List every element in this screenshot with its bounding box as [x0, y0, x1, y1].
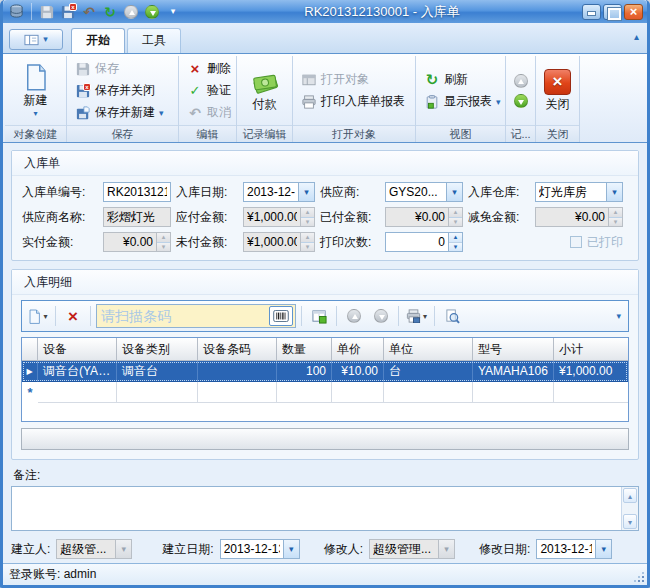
print-count-label: 打印次数:: [320, 234, 380, 251]
col-header-qty[interactable]: 数量: [277, 338, 332, 361]
form-client-area: 入库单 入库单编号: 入库日期: ▾ 供应商: ▾ 入库仓库: ▾ 供应商名称:…: [3, 143, 647, 563]
payment-button[interactable]: 付款: [241, 67, 288, 115]
order-date-field[interactable]: ▾: [243, 182, 315, 202]
add-row-button[interactable]: ▾: [26, 304, 50, 328]
actual-paid-label: 实付金额:: [22, 234, 98, 251]
modified-by-label: 修改人:: [324, 541, 363, 558]
created-date-field[interactable]: ▾: [220, 539, 300, 559]
ribbon-group-record-nav: 记...: [506, 56, 536, 142]
save-new-icon: [75, 105, 91, 121]
ribbon-group-view: ↻ 刷新 显示报表 ▾ 视图: [416, 56, 506, 142]
date-dropdown-icon[interactable]: ▾: [298, 183, 314, 201]
cell-unit[interactable]: 台: [384, 361, 473, 382]
discount-field: ▴▾: [535, 207, 623, 227]
barcode-input[interactable]: [101, 308, 269, 324]
table-row-selected[interactable]: ▶ 调音台(YAMAHA106) 调音台 100 ¥10.00 台 YAMAHA…: [22, 361, 628, 382]
show-report-button[interactable]: 显示报表 ▾: [420, 92, 505, 112]
app-menu-button[interactable]: ▾: [9, 29, 63, 50]
redo-icon[interactable]: ↻: [101, 3, 119, 20]
save-new-button[interactable]: 保存并新建 ▾: [71, 103, 168, 123]
app-icon[interactable]: [7, 4, 25, 20]
grid-corner: [22, 338, 38, 361]
warehouse-field[interactable]: ▾: [535, 182, 623, 202]
report-icon: [424, 94, 440, 110]
preview-button[interactable]: [440, 304, 464, 328]
next-record-icon[interactable]: [514, 94, 528, 108]
col-header-price[interactable]: 单价: [332, 338, 384, 361]
delete-row-button[interactable]: ×: [61, 304, 85, 328]
printed-checkbox: [570, 236, 582, 248]
cell-device[interactable]: 调音台(YAMAHA106): [38, 361, 117, 382]
notes-textarea[interactable]: [12, 487, 638, 530]
qat-customize-icon[interactable]: ▾: [164, 3, 182, 20]
created-date-dropdown-icon[interactable]: ▾: [283, 540, 299, 558]
actual-paid-field: ▴▾: [103, 232, 171, 252]
cell-barcode[interactable]: [198, 361, 277, 382]
modified-by-field: ▾: [369, 539, 455, 559]
col-header-unit[interactable]: 单位: [384, 338, 473, 361]
cell-subtotal[interactable]: ¥1,000.00: [554, 361, 628, 382]
undo-icon[interactable]: ↶: [80, 3, 98, 20]
refresh-icon: ↻: [424, 72, 440, 88]
ribbon-group-close: × 关闭 关闭: [536, 56, 580, 142]
login-account-text: 登录账号: admin: [9, 566, 96, 583]
cell-category[interactable]: 调音台: [117, 361, 198, 382]
cell-model[interactable]: YAMAHA106: [473, 361, 554, 382]
col-header-barcode[interactable]: 设备条码: [198, 338, 277, 361]
printer-icon: [301, 94, 317, 110]
resize-grip[interactable]: [635, 573, 644, 582]
detail-section-title: 入库明细: [12, 270, 638, 295]
modified-date-field[interactable]: ▾: [536, 539, 612, 559]
created-by-dropdown-icon: ▾: [115, 540, 131, 558]
order-no-field[interactable]: [103, 182, 171, 202]
tab-start[interactable]: 开始: [71, 28, 125, 53]
modified-date-dropdown-icon[interactable]: ▾: [595, 540, 611, 558]
validate-icon: ✓: [187, 83, 203, 99]
col-header-subtotal[interactable]: 小计: [554, 338, 628, 361]
quick-access-toolbar: x ↶ ↻ ▾: [31, 3, 182, 20]
print-count-field[interactable]: ▴▾: [385, 232, 463, 252]
save-close-icon[interactable]: x: [59, 3, 77, 20]
cell-price[interactable]: ¥10.00: [332, 361, 384, 382]
cell-qty[interactable]: 100: [277, 361, 332, 382]
discount-spinner: ▴▾: [608, 208, 622, 226]
paid-label: 已付金额:: [320, 209, 380, 226]
previous-record-icon: [122, 3, 140, 20]
supplier-field[interactable]: ▾: [385, 182, 463, 202]
delete-button[interactable]: × 删除: [183, 59, 235, 79]
minimize-button[interactable]: [582, 4, 601, 20]
save-close-button[interactable]: x 保存并关闭: [71, 81, 168, 101]
supplier-label: 供应商:: [320, 184, 380, 201]
ribbon-tab-row: ▾ 开始 工具 ▴: [3, 23, 647, 53]
order-no-label: 入库单编号:: [22, 184, 98, 201]
order-section-title: 入库单: [12, 151, 638, 176]
col-header-device[interactable]: 设备: [38, 338, 117, 361]
unpaid-field: ▴▾: [243, 232, 315, 252]
ribbon-collapse-icon[interactable]: ▴: [634, 31, 639, 42]
print-detail-button[interactable]: ▾: [404, 304, 429, 328]
toolbar-overflow-icon[interactable]: ▾: [613, 311, 624, 321]
close-form-button[interactable]: × 关闭: [540, 67, 575, 115]
supplier-dropdown-icon[interactable]: ▾: [446, 183, 462, 201]
col-header-model[interactable]: 型号: [473, 338, 554, 361]
table-new-row[interactable]: *: [22, 382, 628, 403]
print-report-button[interactable]: 打印入库单报表: [297, 92, 409, 112]
col-header-category[interactable]: 设备类别: [117, 338, 198, 361]
maximize-button[interactable]: [603, 4, 622, 20]
select-device-button[interactable]: [307, 304, 331, 328]
open-object-icon: [301, 72, 317, 88]
detail-toolbar: ▾ ×: [21, 300, 629, 332]
close-button[interactable]: [624, 4, 643, 20]
move-down-icon: [374, 309, 388, 323]
new-button[interactable]: 新建 ▾: [10, 61, 62, 120]
print-count-spinner[interactable]: ▴▾: [448, 233, 462, 251]
validate-button[interactable]: ✓ 验证: [183, 81, 235, 101]
refresh-button[interactable]: ↻ 刷新: [420, 70, 505, 90]
next-record-icon[interactable]: [143, 3, 161, 20]
barcode-icon[interactable]: [269, 306, 293, 326]
tab-tools[interactable]: 工具: [127, 28, 181, 53]
previous-record-icon: [514, 74, 528, 88]
scroll-down-icon[interactable]: ▾: [623, 514, 637, 529]
scroll-up-icon[interactable]: ▴: [623, 488, 637, 503]
warehouse-dropdown-icon[interactable]: ▾: [606, 183, 622, 201]
